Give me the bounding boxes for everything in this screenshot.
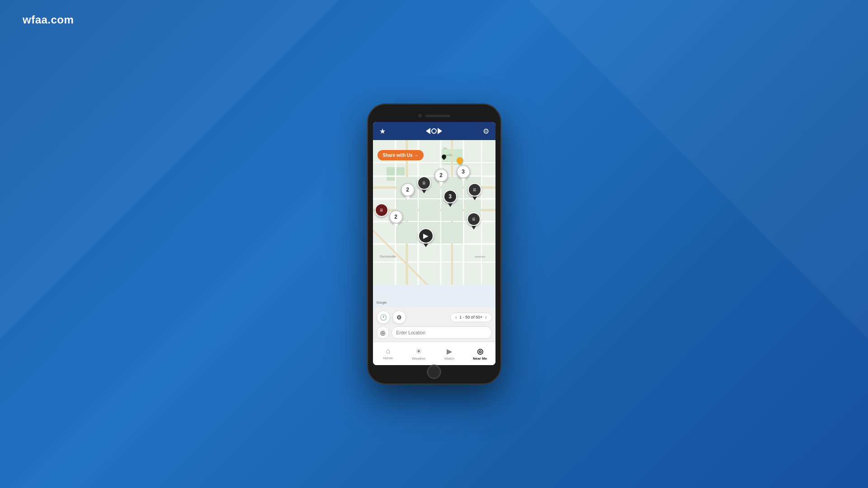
svg-text:Uni...: Uni... [443,147,448,150]
home-button[interactable] [427,365,441,379]
phone-speaker [425,115,450,117]
pagination-text: 1 - 50 of 50+ [459,315,482,319]
map-marker-doc1[interactable]: ≡ [417,176,431,193]
nav-near-me-label: Near Me [473,357,487,361]
phone-bottom-bar [373,365,495,379]
bottom-navigation: ⌂ Home ☀ Weather ▶ Watch ◎ Near Me [373,342,495,365]
filter-button[interactable]: ⚙ [392,310,406,324]
map-marker-play[interactable]: ▶ [418,228,434,247]
clock-button[interactable]: 🕐 [377,310,390,324]
location-input[interactable] [392,326,492,339]
svg-text:Duncanville: Duncanville [380,255,396,258]
nav-home-label: Home [383,356,393,360]
map-marker-2b[interactable]: 2 [434,169,448,186]
controls-panel: 🕐 ⚙ ‹ 1 - 50 of 50+ › ◎ [373,308,495,342]
location-row: ◎ [377,326,492,339]
favorites-icon[interactable]: ★ [379,127,386,136]
app-header: ★ ⚙ [373,122,495,140]
map-marker-2c[interactable]: 2 [389,210,403,227]
app-screen: ★ ⚙ [373,122,495,365]
prev-page-button[interactable]: ‹ [455,315,457,320]
map-marker-doc2[interactable]: ≡ [468,183,481,200]
logo-circle [431,128,437,134]
watch-icon: ▶ [447,347,452,356]
logo-right-arrow [438,128,442,134]
home-icon: ⌂ [386,347,391,355]
google-attribution: Google [377,301,387,304]
next-page-button[interactable]: › [485,315,486,320]
phone-top-bar [373,109,495,122]
logo-left-arrow [426,128,430,134]
pagination-control: ‹ 1 - 50 of 50+ › [450,313,491,322]
nav-near-me[interactable]: ◎ Near Me [465,342,495,365]
weather-icon: ☀ [415,347,422,356]
my-location-button[interactable]: ◎ [377,326,389,339]
map-marker-3a[interactable]: 3 [457,165,470,182]
nav-home[interactable]: ⌂ Home [373,342,404,365]
svg-rect-29 [441,222,463,244]
near-me-icon: ◎ [477,347,483,356]
map-view[interactable]: Duncanville Hutchins Uni... ...and Bo...… [373,140,495,308]
map-marker-2a[interactable]: 2 [401,183,415,200]
phone-camera [418,114,422,117]
nav-weather-label: Weather [412,357,425,361]
app-logo [426,128,442,134]
settings-icon[interactable]: ⚙ [483,127,489,136]
site-logo: wfaa.com [23,14,74,26]
share-button[interactable]: Share with Us → [377,150,424,160]
map-marker-doc-maroon[interactable]: ≡ [375,203,388,217]
nav-weather[interactable]: ☀ Weather [403,342,434,365]
nav-watch-label: Watch [444,357,454,361]
svg-text:Hutchins: Hutchins [475,255,485,258]
map-marker-3b[interactable]: 3 [443,190,457,207]
phone-mockup: ★ ⚙ [368,104,501,384]
nav-watch[interactable]: ▶ Watch [434,342,465,365]
map-marker-doc3[interactable]: ≡ [467,212,481,230]
svg-rect-24 [419,199,440,221]
